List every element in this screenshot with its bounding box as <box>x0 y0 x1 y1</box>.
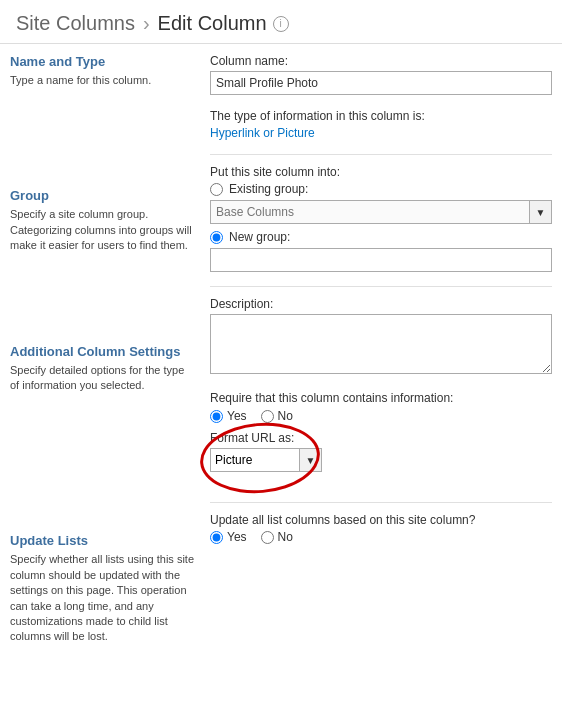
update-lists-section-left: Update Lists Specify whether all lists u… <box>10 533 195 644</box>
column-type-group: The type of information in this column i… <box>210 109 552 140</box>
existing-group-label: Existing group: <box>229 182 308 196</box>
group-right: Put this site column into: Existing grou… <box>210 165 552 272</box>
format-dropdown-arrow[interactable]: ▼ <box>300 448 322 472</box>
existing-group-radio-row: Existing group: <box>210 182 552 196</box>
description-group: Description: <box>210 297 552 377</box>
site-columns-link[interactable]: Site Columns <box>16 12 135 35</box>
group-desc: Specify a site column group. Categorizin… <box>10 207 195 253</box>
column-name-label: Column name: <box>210 54 552 68</box>
require-no-item: No <box>261 409 293 423</box>
type-info-value: Hyperlink or Picture <box>210 126 552 140</box>
require-no-radio[interactable] <box>261 410 274 423</box>
name-and-type-desc: Type a name for this column. <box>10 73 195 88</box>
page-header: Site Columns › Edit Column i <box>0 0 562 44</box>
existing-group-input[interactable] <box>210 200 530 224</box>
type-info-text: The type of information in this column i… <box>210 109 552 123</box>
format-label: Format URL as: <box>210 431 552 445</box>
require-radio-row: Yes No <box>210 409 552 423</box>
new-group-radio[interactable] <box>210 231 223 244</box>
require-yes-label: Yes <box>227 409 247 423</box>
update-lists-question: Update all list columns based on this si… <box>210 513 552 527</box>
page-title: Edit Column <box>158 12 267 35</box>
update-yes-item: Yes <box>210 530 247 544</box>
new-group-input[interactable] <box>210 248 552 272</box>
format-section: Format URL as: Hyperlink Picture ▼ <box>210 431 552 472</box>
update-no-item: No <box>261 530 293 544</box>
existing-group-dropdown-btn[interactable]: ▼ <box>530 200 552 224</box>
update-lists-radio-row: Yes No <box>210 530 552 544</box>
name-and-type-title: Name and Type <box>10 54 195 69</box>
update-lists-group: Update all list columns based on this si… <box>210 513 552 544</box>
update-yes-radio[interactable] <box>210 531 223 544</box>
description-textarea[interactable] <box>210 314 552 374</box>
update-lists-desc: Specify whether all lists using this sit… <box>10 552 195 644</box>
new-group-radio-row: New group: <box>210 230 552 244</box>
column-name-group: Column name: <box>210 54 552 95</box>
update-yes-label: Yes <box>227 530 247 544</box>
description-label: Description: <box>210 297 552 311</box>
additional-settings-section-left: Additional Column Settings Specify detai… <box>10 344 195 394</box>
right-panel: Column name: The type of information in … <box>205 54 552 665</box>
put-into-label: Put this site column into: <box>210 165 552 179</box>
require-label: Require that this column contains inform… <box>210 391 552 405</box>
left-panel: Name and Type Type a name for this colum… <box>10 54 205 665</box>
update-no-label: No <box>278 530 293 544</box>
existing-group-radio[interactable] <box>210 183 223 196</box>
new-group-label: New group: <box>229 230 290 244</box>
require-yes-radio[interactable] <box>210 410 223 423</box>
breadcrumb-separator: › <box>143 12 150 35</box>
name-and-type-section: Name and Type Type a name for this colum… <box>10 54 195 88</box>
main-content: Name and Type Type a name for this colum… <box>0 54 562 665</box>
require-no-label: No <box>278 409 293 423</box>
existing-group-select-wrap: ▼ <box>210 200 552 224</box>
additional-settings-title: Additional Column Settings <box>10 344 195 359</box>
additional-settings-desc: Specify detailed options for the type of… <box>10 363 195 394</box>
format-select-wrap: Hyperlink Picture ▼ <box>210 448 330 472</box>
column-name-input[interactable] <box>210 71 552 95</box>
info-icon[interactable]: i <box>273 16 289 32</box>
group-section-left: Group Specify a site column group. Categ… <box>10 188 195 253</box>
update-no-radio[interactable] <box>261 531 274 544</box>
group-title: Group <box>10 188 195 203</box>
require-yes-item: Yes <box>210 409 247 423</box>
require-group: Require that this column contains inform… <box>210 391 552 472</box>
update-lists-title: Update Lists <box>10 533 195 548</box>
format-select[interactable]: Hyperlink Picture <box>210 448 300 472</box>
